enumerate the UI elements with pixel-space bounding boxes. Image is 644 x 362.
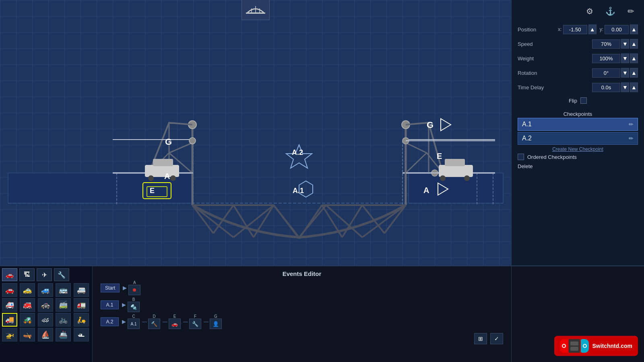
checkpoint-a1-edit-icon[interactable]: ✏ <box>629 121 634 128</box>
vehicle-tab-tool[interactable]: 🔧 <box>54 268 69 281</box>
vehicle-racing[interactable]: 🏎 <box>38 313 53 327</box>
weight-input[interactable] <box>592 54 620 63</box>
vehicle-truck[interactable]: 🚛 <box>74 298 89 312</box>
ev-action-g-person[interactable]: 👤 <box>210 319 222 329</box>
time-delay-input-group: ▼ ▲ <box>592 82 638 92</box>
checkpoint-a1-label: A.1 <box>522 121 532 128</box>
svg-line-41 <box>406 153 427 173</box>
svg-text:G: G <box>165 137 172 147</box>
x-label: x: <box>558 27 561 32</box>
vehicle-red-car[interactable]: 🚗 <box>2 283 17 297</box>
position-y-field: y: ▲ <box>600 25 638 34</box>
weight-up[interactable]: ▲ <box>630 53 638 63</box>
position-x-up[interactable]: ▲ <box>588 25 597 34</box>
svg-point-58 <box>440 175 446 181</box>
vehicle-ambulance[interactable]: 🚑 <box>2 298 17 312</box>
svg-point-54 <box>148 175 154 181</box>
bridge-toolbar-icon[interactable] <box>242 0 270 20</box>
ev-connector-3: — <box>183 319 188 325</box>
ev-action-c-a1[interactable]: A.1 <box>128 319 140 329</box>
events-editor: Events Editor Start ▶ A A.1 ▶ B 🔩 A.2 ▶ <box>93 266 511 362</box>
rotation-label: Rotation <box>518 70 537 76</box>
vehicle-tram[interactable]: 🚎 <box>56 298 71 312</box>
vehicle-tab-plane[interactable]: ✈ <box>37 268 52 281</box>
ev-trigger-start[interactable]: Start <box>101 284 120 292</box>
svg-point-72 <box>189 138 196 144</box>
create-checkpoint-btn[interactable]: Create New Checkpoint <box>518 146 638 152</box>
anchor-icon-btn[interactable]: ⚓ <box>603 4 617 19</box>
events-bottom-buttons: ⊞ ✓ <box>101 333 503 344</box>
flip-checkbox[interactable] <box>580 97 587 104</box>
events-editor-title: Events Editor <box>101 270 503 277</box>
vehicle-ship[interactable]: 🚢 <box>56 328 71 341</box>
settings-icon-btn[interactable]: ⚙ <box>582 4 597 19</box>
ev-connector-1: — <box>142 319 147 325</box>
position-y-up[interactable]: ▲ <box>630 25 638 34</box>
position-x-input[interactable] <box>563 25 587 34</box>
vehicle-bus[interactable]: 🚌 <box>56 283 71 297</box>
speed-row: Speed ▼ ▲ <box>518 39 638 49</box>
vehicle-tab-car[interactable]: 🚗 <box>2 268 17 281</box>
ev-action-wrench[interactable]: 🔩 <box>128 302 140 312</box>
ev-trigger-a1[interactable]: A.1 <box>101 300 119 309</box>
vehicle-rowboat[interactable]: 🛶 <box>20 328 35 341</box>
ordered-checkpoints-row: Ordered Checkpoints <box>518 154 638 160</box>
ev-action-red-dot[interactable] <box>128 285 140 295</box>
checkpoint-a2-item[interactable]: A.2 ✏ <box>518 132 638 145</box>
events-icon-btn-2[interactable]: ✓ <box>490 333 503 344</box>
ev-connector-2: — <box>163 319 167 325</box>
vehicle-suv[interactable]: 🚙 <box>38 283 53 297</box>
weight-down[interactable]: ▼ <box>621 53 629 63</box>
ev-trigger-a2[interactable]: A.2 <box>101 317 119 326</box>
svg-line-21 <box>233 205 254 237</box>
vehicle-tractor[interactable]: 🚜 <box>20 313 35 327</box>
rotation-input[interactable] <box>592 68 620 78</box>
time-delay-label: Time Delay <box>518 84 544 90</box>
checkpoint-a2-edit-icon[interactable]: ✏ <box>629 135 634 142</box>
speed-up[interactable]: ▲ <box>630 39 638 49</box>
vehicle-police[interactable]: 🚓 <box>38 298 53 312</box>
svg-rect-57 <box>445 159 465 166</box>
ev-arrow-1: ▶ <box>123 285 127 291</box>
vehicle-speedboat[interactable]: 🛥 <box>74 328 89 341</box>
edit-icon-btn[interactable]: ✏ <box>623 4 638 19</box>
vehicle-minibus[interactable]: 🚐 <box>74 283 89 297</box>
vehicle-taxi[interactable]: 🚕 <box>20 283 35 297</box>
vehicle-tab-build[interactable]: 🏗 <box>19 268 35 281</box>
vehicle-helicopter[interactable]: 🚁 <box>2 328 17 341</box>
delete-button[interactable]: Delete <box>518 163 533 169</box>
nintendo-badge: Switchntd.com <box>554 336 638 356</box>
main-canvas[interactable]: G A E A.2 A.1 G E A <box>0 0 511 265</box>
vehicle-sailboat[interactable]: ⛵ <box>38 328 53 341</box>
event-row-start: Start ▶ A <box>101 280 503 295</box>
ev-action-f-wrench[interactable]: 🔧 <box>189 319 201 329</box>
ev-action-e-car[interactable]: 🚗 <box>169 319 181 329</box>
event-row-a1: A.1 ▶ B 🔩 <box>101 297 503 312</box>
nintendo-text: Switchntd.com <box>592 343 632 349</box>
event-row-a2: A.2 ▶ C A.1 — D 🔨 — E 🚗 — F 🔧 <box>101 314 503 329</box>
vehicle-bicycle[interactable]: 🚲 <box>56 313 71 327</box>
vehicle-firetruck[interactable]: 🚒 <box>20 298 35 312</box>
nintendo-switch-icon <box>560 339 589 353</box>
svg-text:G: G <box>427 120 433 130</box>
checkpoint-a1-item[interactable]: A.1 ✏ <box>518 118 638 131</box>
speed-input[interactable] <box>592 39 620 49</box>
svg-point-55 <box>170 175 176 181</box>
vehicle-scooter[interactable]: 🛵 <box>74 313 89 327</box>
vehicle-delivery[interactable]: 🚚 <box>2 313 17 327</box>
rotation-up[interactable]: ▲ <box>630 68 638 78</box>
speed-down[interactable]: ▼ <box>621 39 629 49</box>
svg-rect-52 <box>145 165 179 177</box>
checkpoint-a2-label: A.2 <box>522 135 532 142</box>
time-delay-up[interactable]: ▲ <box>630 82 638 92</box>
bridge-canvas-svg: G A E A.2 A.1 G E A <box>0 0 511 265</box>
ordered-checkpoints-checkbox[interactable] <box>518 154 524 160</box>
time-delay-input[interactable] <box>592 83 620 92</box>
weight-input-group: ▼ ▲ <box>592 53 638 63</box>
position-xy-inputs: x: ▲ y: ▲ <box>558 25 638 34</box>
position-y-input[interactable] <box>605 25 629 34</box>
events-icon-btn-1[interactable]: ⊞ <box>474 333 487 344</box>
time-delay-down[interactable]: ▼ <box>621 82 629 92</box>
rotation-down[interactable]: ▼ <box>621 68 629 78</box>
ev-action-d-hammer[interactable]: 🔨 <box>148 319 160 329</box>
